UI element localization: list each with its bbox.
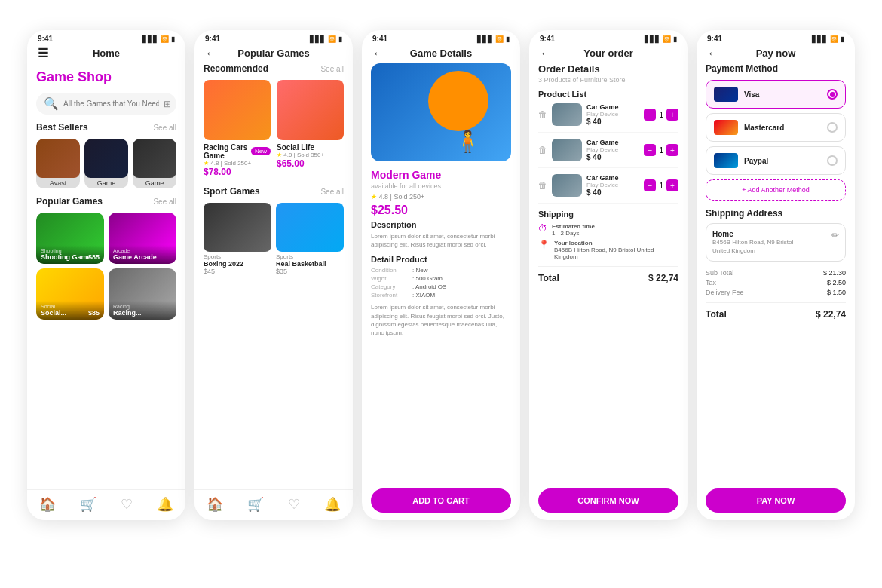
search-input[interactable] <box>63 100 159 108</box>
nav-bell-1[interactable]: 🔔 <box>157 496 173 513</box>
detail-product-title: Detail Product <box>371 255 511 264</box>
nav-bar-3: ← Game Details <box>362 44 520 63</box>
nav-bell-2[interactable]: 🔔 <box>324 496 341 513</box>
payment-option-mastercard[interactable]: Mastercard <box>706 113 846 142</box>
product-info-1: Car Game Play Device $ 40 <box>586 103 639 126</box>
popular-grid: Shooting Shooting Game $85 Arcade Game A… <box>36 213 176 320</box>
add-method-button[interactable]: + Add Another Method <box>706 179 846 201</box>
detail-rows: Condition : New Wight : 500 Gram Categor… <box>371 267 511 299</box>
qty-minus-1[interactable]: − <box>644 109 656 121</box>
nav-heart-2[interactable]: ♡ <box>288 496 300 513</box>
subtotal-label: Sub Total <box>706 269 733 277</box>
battery-icon-1: ▮ <box>171 35 175 43</box>
desc-title: Description <box>371 220 511 229</box>
game-name: Modern Game <box>371 169 511 181</box>
bs-item-1[interactable]: Avast <box>36 139 80 188</box>
tax-label: Tax <box>706 279 716 286</box>
game-desc: Lorem ipsum dolor sit amet, consectetur … <box>371 232 511 249</box>
product-price-2: $ 40 <box>586 153 639 161</box>
battery-icon-2: ▮ <box>338 35 342 43</box>
confirm-button[interactable]: CONFIRM NOW <box>538 488 678 513</box>
pay-total-row: Total $ 22,74 <box>706 302 846 320</box>
qty-plus-1[interactable]: + <box>666 109 678 121</box>
nav-heart-1[interactable]: ♡ <box>121 496 133 513</box>
product-row-3: 🗑 Car Game Play Device $ 40 − 1 + <box>538 174 678 204</box>
radio-pp[interactable] <box>827 155 838 166</box>
qty-3: − 1 + <box>644 179 678 191</box>
qty-plus-2[interactable]: + <box>666 144 678 156</box>
detail-row-storefront: Storefront : XIAOMI <box>371 292 511 299</box>
product-price-1: $ 40 <box>586 118 639 126</box>
detail-key-1: Wight <box>371 275 412 282</box>
payment-option-paypal[interactable]: Paypal <box>706 146 846 175</box>
pp-label: Paypal <box>744 157 821 165</box>
nav-title-3: Game Details <box>410 47 472 59</box>
back-button-5[interactable]: ← <box>707 47 719 60</box>
total-amount-4: $ 22,74 <box>648 273 678 283</box>
detail-key-0: Condition <box>371 267 412 274</box>
menu-icon[interactable]: ☰ <box>38 46 48 60</box>
qty-minus-2[interactable]: − <box>644 144 656 156</box>
pop-item-4[interactable]: Racing Racing... <box>109 268 176 320</box>
nav-bar-2: ← Popular Games <box>194 44 353 63</box>
rec-card-2[interactable]: Social Life ★ 4.9 | Sold 350+ $65.00 <box>277 80 344 177</box>
nav-cart-2[interactable]: 🛒 <box>247 496 264 513</box>
product-row-1: 🗑 Car Game Play Device $ 40 − 1 + <box>538 103 678 133</box>
order-subtitle: 3 Products of Furniture Store <box>538 76 678 84</box>
rec-name-2: Social Life <box>277 143 344 152</box>
nav-cart-1[interactable]: 🛒 <box>80 496 96 513</box>
bs-item-3[interactable]: Game <box>133 139 176 188</box>
popular-seeall[interactable]: See all <box>153 198 176 206</box>
product-cat-3: Play Device <box>586 182 639 188</box>
pp-card-bg <box>714 153 738 168</box>
rec-card-1[interactable]: Racing Cars Game New ★ 4.8 | Sold 250+ $… <box>204 80 271 177</box>
status-bar-3: 9:41 ▋▋▋ 🛜 ▮ <box>362 30 520 44</box>
addr-text: B456B Hilton Road, N9 BristolUnited King… <box>712 238 839 255</box>
tax-row: Tax $ 2.50 <box>706 279 846 286</box>
sport-name-1: Boxing 2022 <box>204 260 271 268</box>
status-icons-5: ▋▋▋ 🛜 ▮ <box>812 35 844 43</box>
detail-val-1: : 500 Gram <box>412 275 443 282</box>
location-icon: 📍 <box>538 240 550 250</box>
nav-title-5: Pay now <box>756 47 796 59</box>
qty-1: − 1 + <box>644 109 678 121</box>
trash-icon-2[interactable]: 🗑 <box>538 145 547 155</box>
shipping-time: Estimated time 1 - 2 Days <box>552 223 595 237</box>
pop-item-1[interactable]: Shooting Shooting Game $85 <box>36 213 104 264</box>
product-thumb-3 <box>552 174 582 197</box>
payment-option-visa[interactable]: Visa <box>706 80 846 109</box>
detail-key-2: Category <box>371 283 412 290</box>
time-4: 9:41 <box>540 35 555 43</box>
radio-visa[interactable] <box>827 89 838 100</box>
battery-icon-4: ▮ <box>673 35 677 43</box>
nav-home-2[interactable]: 🏠 <box>207 496 223 513</box>
qty-minus-3[interactable]: − <box>644 179 656 191</box>
filter-icon[interactable]: ⊞ <box>164 99 171 109</box>
pay-now-button[interactable]: PAY NOW <box>706 488 846 513</box>
qty-plus-3[interactable]: + <box>666 179 678 191</box>
back-button-2[interactable]: ← <box>205 47 217 60</box>
sport-card-1[interactable]: Sports Boxing 2022 $45 <box>204 203 271 275</box>
bs-item-2[interactable]: Game <box>84 139 128 188</box>
time-3: 9:41 <box>372 35 387 43</box>
sport-seeall[interactable]: See all <box>320 188 344 196</box>
addr-edit-icon[interactable]: ✏ <box>831 230 839 240</box>
detail-val-2: : Android OS <box>412 283 446 290</box>
radio-mc[interactable] <box>827 122 838 133</box>
nav-home-1[interactable]: 🏠 <box>39 496 56 513</box>
recommended-seeall[interactable]: See all <box>320 65 344 73</box>
address-card: Home B456B Hilton Road, N9 BristolUnited… <box>706 223 846 262</box>
payment-method-title: Payment Method <box>706 63 846 74</box>
sport-header: Sport Games See all <box>204 186 344 197</box>
back-button-3[interactable]: ← <box>372 47 384 60</box>
bestsellers-seeall[interactable]: See all <box>153 124 176 132</box>
bs-label-2: Game <box>84 178 128 188</box>
pop-item-2[interactable]: Arcade Game Arcade <box>109 213 176 264</box>
add-to-cart-button[interactable]: ADD TO CART <box>371 488 511 513</box>
trash-icon-3[interactable]: 🗑 <box>538 180 547 191</box>
trash-icon-1[interactable]: 🗑 <box>538 109 547 120</box>
pop-item-3[interactable]: Social Social... $85 <box>36 268 104 320</box>
back-button-4[interactable]: ← <box>540 47 552 60</box>
sport-card-2[interactable]: Sports Real Basketball $35 <box>276 203 344 275</box>
search-bar[interactable]: 🔍 ⊞ <box>36 93 176 115</box>
